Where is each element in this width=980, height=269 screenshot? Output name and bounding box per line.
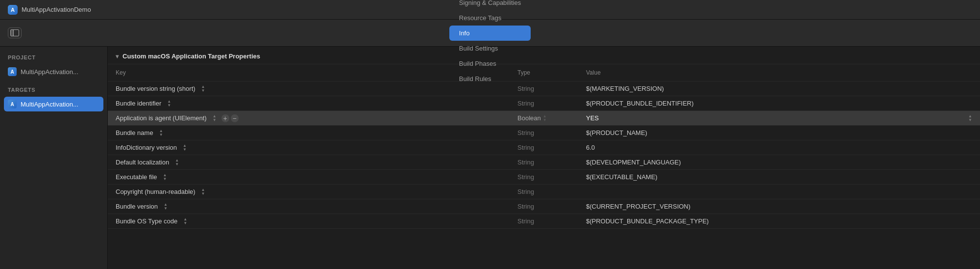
project-section-label: PROJECT bbox=[0, 54, 107, 64]
table-cell-type: String bbox=[510, 214, 578, 228]
key-label: Bundle identifier bbox=[116, 100, 161, 107]
table-rows-container: Bundle version string (short)▲▼String$(M… bbox=[108, 81, 980, 229]
section-arrow-icon[interactable]: ▾ bbox=[116, 53, 119, 60]
tab-resource-tags[interactable]: Resource Tags bbox=[449, 10, 531, 26]
table-cell-type: String bbox=[510, 155, 578, 169]
key-stepper[interactable]: ▲▼ bbox=[183, 217, 187, 225]
table-row[interactable]: Copyright (human-readable)▲▼String bbox=[108, 185, 980, 199]
tab-signing[interactable]: Signing & Capabilities bbox=[449, 0, 531, 10]
table-cell-key: Bundle OS Type code▲▼ bbox=[108, 214, 510, 228]
table-cell-key: Bundle version▲▼ bbox=[108, 199, 510, 214]
type-stepper[interactable]: ▲▼ bbox=[543, 114, 547, 122]
key-stepper[interactable]: ▲▼ bbox=[201, 85, 205, 93]
tab-build-phases[interactable]: Build Phases bbox=[449, 56, 531, 71]
table-cell-value[interactable]: YES▲▼ bbox=[578, 111, 980, 125]
value-label: 6.0 bbox=[586, 144, 595, 151]
table-row[interactable]: Default localization▲▼String$(DEVELOPMEN… bbox=[108, 155, 980, 170]
key-stepper[interactable]: ▲▼ bbox=[167, 100, 171, 108]
key-label: Copyright (human-readable) bbox=[116, 188, 196, 195]
tab-build-settings[interactable]: Build Settings bbox=[449, 41, 531, 56]
row-actions: +− bbox=[221, 114, 239, 122]
value-label: $(PRODUCT_BUNDLE_IDENTIFIER) bbox=[586, 100, 694, 107]
type-label: String bbox=[517, 100, 534, 107]
table-cell-value bbox=[578, 185, 980, 199]
table-row[interactable]: Bundle identifier▲▼String$(PRODUCT_BUNDL… bbox=[108, 96, 980, 111]
table-cell-value: $(MARKETING_VERSION) bbox=[578, 81, 980, 96]
add-row-button[interactable]: + bbox=[221, 114, 229, 122]
sidebar-gap bbox=[0, 79, 107, 87]
key-label: InfoDictionary version bbox=[116, 144, 177, 151]
section-title: Custom macOS Application Target Properti… bbox=[122, 53, 260, 60]
table-cell-type: String bbox=[510, 170, 578, 184]
table-row[interactable]: Executable file▲▼String$(EXECUTABLE_NAME… bbox=[108, 170, 980, 185]
table-cell-key: Bundle identifier▲▼ bbox=[108, 96, 510, 110]
table-cell-type: String bbox=[510, 126, 578, 140]
header-value: Value bbox=[578, 67, 980, 78]
type-label: String bbox=[517, 203, 534, 210]
app-title: MultiAppActivationDemo bbox=[22, 6, 91, 13]
value-label: $(EXECUTABLE_NAME) bbox=[586, 173, 658, 181]
key-stepper[interactable]: ▲▼ bbox=[201, 188, 205, 196]
targets-section-label: TARGETS bbox=[0, 87, 107, 97]
key-stepper[interactable]: ▲▼ bbox=[175, 159, 179, 166]
type-label: String bbox=[517, 217, 534, 225]
value-label: $(CURRENT_PROJECT_VERSION) bbox=[586, 203, 690, 210]
table-cell-value: $(PRODUCT_BUNDLE_IDENTIFIER) bbox=[578, 96, 980, 110]
table-cell-key: Copyright (human-readable)▲▼ bbox=[108, 185, 510, 199]
table-cell-type: Boolean▲▼ bbox=[510, 111, 578, 125]
value-label: $(DEVELOPMENT_LANGUAGE) bbox=[586, 159, 681, 166]
table-row[interactable]: Bundle version string (short)▲▼String$(M… bbox=[108, 81, 980, 96]
key-stepper[interactable]: ▲▼ bbox=[163, 173, 167, 181]
sidebar-toggle-button[interactable] bbox=[8, 27, 22, 38]
type-label: String bbox=[517, 173, 534, 181]
section-header: ▾ Custom macOS Application Target Proper… bbox=[108, 47, 980, 64]
key-stepper[interactable]: ▲▼ bbox=[159, 129, 163, 137]
value-label: YES bbox=[586, 114, 599, 122]
tab-build-rules[interactable]: Build Rules bbox=[449, 71, 531, 86]
remove-row-button[interactable]: − bbox=[231, 114, 239, 122]
tabs-container: GeneralSigning & CapabilitiesResource Ta… bbox=[449, 0, 531, 86]
target-item-label: MultiAppActivation... bbox=[21, 101, 78, 108]
content-area: ▾ Custom macOS Application Target Proper… bbox=[108, 47, 980, 269]
key-label: Default localization bbox=[116, 159, 169, 166]
table-cell-key: Executable file▲▼ bbox=[108, 170, 510, 184]
value-stepper[interactable]: ▲▼ bbox=[968, 114, 972, 122]
key-stepper[interactable]: ▲▼ bbox=[213, 114, 217, 122]
key-label: Executable file bbox=[116, 173, 157, 181]
table-cell-key: Default localization▲▼ bbox=[108, 155, 510, 169]
type-label: String bbox=[517, 144, 534, 151]
info-table: Key Type Value Bundle version string (sh… bbox=[108, 64, 980, 229]
table-row[interactable]: InfoDictionary version▲▼String6.0 bbox=[108, 140, 980, 155]
table-row[interactable]: Bundle OS Type code▲▼String$(PRODUCT_BUN… bbox=[108, 214, 980, 229]
value-label: $(PRODUCT_BUNDLE_PACKAGE_TYPE) bbox=[586, 217, 709, 225]
table-cell-key: Bundle name▲▼ bbox=[108, 126, 510, 140]
key-label: Bundle version string (short) bbox=[116, 85, 196, 92]
key-stepper[interactable]: ▲▼ bbox=[164, 203, 168, 211]
table-cell-type: String bbox=[510, 185, 578, 199]
table-cell-value: $(PRODUCT_NAME) bbox=[578, 126, 980, 140]
tab-info[interactable]: Info bbox=[449, 26, 531, 41]
table-header: Key Type Value bbox=[108, 64, 980, 81]
table-cell-value: $(DEVELOPMENT_LANGUAGE) bbox=[578, 155, 980, 169]
tabbar: GeneralSigning & CapabilitiesResource Ta… bbox=[0, 20, 980, 47]
app-icon: A bbox=[8, 5, 18, 15]
sidebar-item-project[interactable]: A MultiAppActivation... bbox=[0, 64, 107, 79]
table-cell-key: Application is agent (UIElement)▲▼+− bbox=[108, 111, 510, 125]
table-row[interactable]: Application is agent (UIElement)▲▼+−Bool… bbox=[108, 111, 980, 126]
table-cell-type: String bbox=[510, 140, 578, 155]
project-item-label: MultiAppActivation... bbox=[21, 68, 78, 76]
type-label: String bbox=[517, 129, 534, 136]
table-cell-value: $(EXECUTABLE_NAME) bbox=[578, 170, 980, 184]
table-cell-type: String bbox=[510, 96, 578, 110]
type-label: Boolean bbox=[517, 114, 541, 122]
key-label: Bundle version bbox=[116, 203, 158, 210]
key-stepper[interactable]: ▲▼ bbox=[183, 144, 187, 152]
table-row[interactable]: Bundle version▲▼String$(CURRENT_PROJECT_… bbox=[108, 199, 980, 214]
table-cell-value: 6.0 bbox=[578, 140, 980, 155]
table-row[interactable]: Bundle name▲▼String$(PRODUCT_NAME) bbox=[108, 126, 980, 140]
value-label: $(PRODUCT_NAME) bbox=[586, 129, 647, 136]
key-label: Application is agent (UIElement) bbox=[116, 114, 207, 122]
sidebar-item-target[interactable]: A MultiAppActivation... bbox=[4, 97, 103, 111]
type-label: String bbox=[517, 188, 534, 195]
project-icon: A bbox=[8, 67, 17, 76]
